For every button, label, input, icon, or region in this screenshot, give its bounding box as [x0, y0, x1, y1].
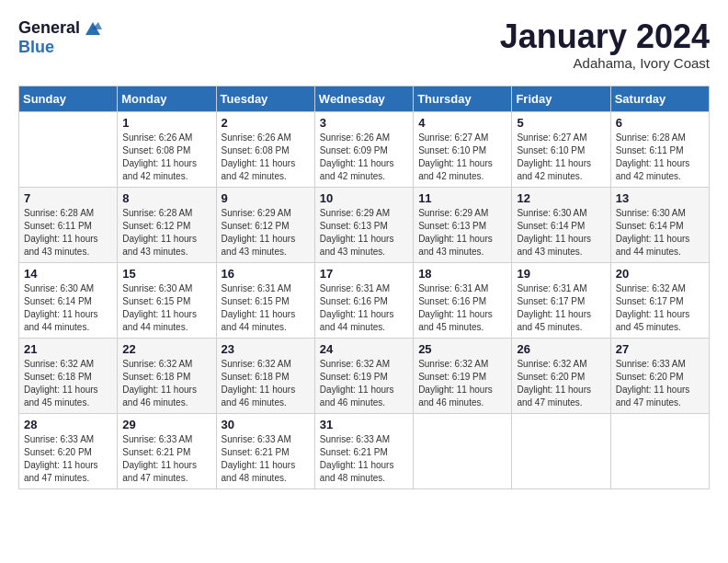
day-info: Sunrise: 6:31 AMSunset: 6:17 PMDaylight:… — [517, 282, 605, 334]
day-info: Sunrise: 6:27 AMSunset: 6:10 PMDaylight:… — [418, 132, 506, 183]
calendar-cell: 12Sunrise: 6:30 AMSunset: 6:14 PMDayligh… — [512, 187, 610, 262]
logo-general-text: General — [18, 19, 80, 38]
calendar-week-row: 14Sunrise: 6:30 AMSunset: 6:14 PMDayligh… — [19, 262, 710, 338]
header-monday: Monday — [118, 86, 216, 111]
day-info: Sunrise: 6:33 AMSunset: 6:20 PMDaylight:… — [616, 358, 704, 409]
calendar-cell: 21Sunrise: 6:32 AMSunset: 6:18 PMDayligh… — [19, 338, 118, 413]
calendar-cell: 13Sunrise: 6:30 AMSunset: 6:14 PMDayligh… — [610, 187, 709, 262]
day-number: 31 — [320, 418, 408, 431]
day-number: 18 — [418, 267, 506, 281]
calendar-cell: 16Sunrise: 6:31 AMSunset: 6:15 PMDayligh… — [216, 262, 314, 338]
calendar-table: Sunday Monday Tuesday Wednesday Thursday… — [18, 86, 710, 489]
day-info: Sunrise: 6:29 AMSunset: 6:13 PMDaylight:… — [320, 207, 408, 259]
day-info: Sunrise: 6:31 AMSunset: 6:16 PMDaylight:… — [320, 282, 408, 334]
day-number: 3 — [320, 116, 408, 130]
day-number: 8 — [122, 191, 210, 205]
day-info: Sunrise: 6:28 AMSunset: 6:11 PMDaylight:… — [24, 207, 112, 259]
calendar-cell: 11Sunrise: 6:29 AMSunset: 6:13 PMDayligh… — [414, 187, 512, 262]
day-info: Sunrise: 6:28 AMSunset: 6:11 PMDaylight:… — [616, 132, 704, 183]
day-info: Sunrise: 6:31 AMSunset: 6:15 PMDaylight:… — [222, 282, 310, 334]
day-info: Sunrise: 6:26 AMSunset: 6:08 PMDaylight:… — [122, 132, 210, 183]
day-number: 23 — [222, 342, 310, 356]
calendar-cell: 9Sunrise: 6:29 AMSunset: 6:12 PMDaylight… — [216, 187, 314, 262]
day-number: 6 — [616, 116, 704, 130]
calendar-week-row: 28Sunrise: 6:33 AMSunset: 6:20 PMDayligh… — [19, 413, 710, 488]
day-number: 12 — [517, 191, 605, 205]
day-info: Sunrise: 6:33 AMSunset: 6:20 PMDaylight:… — [24, 433, 112, 485]
calendar-cell: 10Sunrise: 6:29 AMSunset: 6:13 PMDayligh… — [314, 187, 413, 262]
day-info: Sunrise: 6:32 AMSunset: 6:18 PMDaylight:… — [222, 358, 310, 409]
calendar-cell: 27Sunrise: 6:33 AMSunset: 6:20 PMDayligh… — [610, 338, 709, 413]
day-number: 10 — [320, 191, 408, 205]
day-info: Sunrise: 6:30 AMSunset: 6:14 PMDaylight:… — [517, 207, 605, 259]
logo-blue-text: Blue — [18, 39, 102, 57]
calendar-cell: 29Sunrise: 6:33 AMSunset: 6:21 PMDayligh… — [118, 413, 216, 488]
month-title: January 2024 — [500, 18, 710, 55]
calendar-cell — [512, 413, 610, 488]
day-number: 19 — [517, 267, 605, 281]
calendar-cell: 24Sunrise: 6:32 AMSunset: 6:19 PMDayligh… — [314, 338, 413, 413]
calendar-cell: 25Sunrise: 6:32 AMSunset: 6:19 PMDayligh… — [414, 338, 512, 413]
title-block: January 2024 Adahama, Ivory Coast — [500, 18, 710, 71]
calendar-cell: 26Sunrise: 6:32 AMSunset: 6:20 PMDayligh… — [512, 338, 610, 413]
header-wednesday: Wednesday — [314, 86, 413, 111]
weekday-header-row: Sunday Monday Tuesday Wednesday Thursday… — [19, 86, 710, 111]
header-tuesday: Tuesday — [216, 86, 314, 111]
calendar-cell: 7Sunrise: 6:28 AMSunset: 6:11 PMDaylight… — [19, 187, 118, 262]
page-header: General Blue January 2024 Adahama, Ivory… — [18, 18, 710, 71]
calendar-cell: 17Sunrise: 6:31 AMSunset: 6:16 PMDayligh… — [314, 262, 413, 338]
calendar-cell: 1Sunrise: 6:26 AMSunset: 6:08 PMDaylight… — [118, 111, 216, 187]
day-info: Sunrise: 6:27 AMSunset: 6:10 PMDaylight:… — [517, 132, 605, 183]
day-info: Sunrise: 6:32 AMSunset: 6:19 PMDaylight:… — [320, 358, 408, 409]
day-info: Sunrise: 6:29 AMSunset: 6:12 PMDaylight:… — [222, 207, 310, 259]
day-info: Sunrise: 6:33 AMSunset: 6:21 PMDaylight:… — [222, 433, 310, 485]
calendar-cell: 28Sunrise: 6:33 AMSunset: 6:20 PMDayligh… — [19, 413, 118, 488]
calendar-cell: 4Sunrise: 6:27 AMSunset: 6:10 PMDaylight… — [414, 111, 512, 187]
calendar-cell: 23Sunrise: 6:32 AMSunset: 6:18 PMDayligh… — [216, 338, 314, 413]
day-number: 28 — [24, 418, 112, 431]
location: Adahama, Ivory Coast — [500, 55, 710, 71]
day-number: 26 — [517, 342, 605, 356]
day-number: 27 — [616, 342, 704, 356]
day-info: Sunrise: 6:26 AMSunset: 6:08 PMDaylight:… — [222, 132, 310, 183]
day-info: Sunrise: 6:33 AMSunset: 6:21 PMDaylight:… — [320, 433, 408, 485]
day-number: 9 — [222, 191, 310, 205]
calendar-cell: 2Sunrise: 6:26 AMSunset: 6:08 PMDaylight… — [216, 111, 314, 187]
day-info: Sunrise: 6:31 AMSunset: 6:16 PMDaylight:… — [418, 282, 506, 334]
header-saturday: Saturday — [610, 86, 709, 111]
day-number: 17 — [320, 267, 408, 281]
day-number: 21 — [24, 342, 112, 356]
day-number: 14 — [24, 267, 112, 281]
day-info: Sunrise: 6:33 AMSunset: 6:21 PMDaylight:… — [122, 433, 210, 485]
day-number: 24 — [320, 342, 408, 356]
calendar-cell — [414, 413, 512, 488]
calendar-cell: 18Sunrise: 6:31 AMSunset: 6:16 PMDayligh… — [414, 262, 512, 338]
day-info: Sunrise: 6:32 AMSunset: 6:20 PMDaylight:… — [517, 358, 605, 409]
calendar-week-row: 1Sunrise: 6:26 AMSunset: 6:08 PMDaylight… — [19, 111, 710, 187]
day-number: 11 — [418, 191, 506, 205]
calendar-cell: 8Sunrise: 6:28 AMSunset: 6:12 PMDaylight… — [118, 187, 216, 262]
day-info: Sunrise: 6:26 AMSunset: 6:09 PMDaylight:… — [320, 132, 408, 183]
day-number: 1 — [122, 116, 210, 130]
calendar-week-row: 7Sunrise: 6:28 AMSunset: 6:11 PMDaylight… — [19, 187, 710, 262]
calendar-cell: 5Sunrise: 6:27 AMSunset: 6:10 PMDaylight… — [512, 111, 610, 187]
calendar-cell: 6Sunrise: 6:28 AMSunset: 6:11 PMDaylight… — [610, 111, 709, 187]
calendar-cell: 15Sunrise: 6:30 AMSunset: 6:15 PMDayligh… — [118, 262, 216, 338]
calendar-cell: 22Sunrise: 6:32 AMSunset: 6:18 PMDayligh… — [118, 338, 216, 413]
calendar-week-row: 21Sunrise: 6:32 AMSunset: 6:18 PMDayligh… — [19, 338, 710, 413]
day-number: 5 — [517, 116, 605, 130]
day-info: Sunrise: 6:29 AMSunset: 6:13 PMDaylight:… — [418, 207, 506, 259]
calendar-cell: 30Sunrise: 6:33 AMSunset: 6:21 PMDayligh… — [216, 413, 314, 488]
calendar-cell: 20Sunrise: 6:32 AMSunset: 6:17 PMDayligh… — [610, 262, 709, 338]
day-info: Sunrise: 6:30 AMSunset: 6:14 PMDaylight:… — [24, 282, 112, 334]
day-info: Sunrise: 6:32 AMSunset: 6:18 PMDaylight:… — [24, 358, 112, 409]
calendar-cell: 14Sunrise: 6:30 AMSunset: 6:14 PMDayligh… — [19, 262, 118, 338]
day-info: Sunrise: 6:32 AMSunset: 6:17 PMDaylight:… — [616, 282, 704, 334]
logo: General Blue — [18, 18, 102, 57]
day-info: Sunrise: 6:30 AMSunset: 6:15 PMDaylight:… — [122, 282, 210, 334]
calendar-cell: 31Sunrise: 6:33 AMSunset: 6:21 PMDayligh… — [314, 413, 413, 488]
calendar-cell: 19Sunrise: 6:31 AMSunset: 6:17 PMDayligh… — [512, 262, 610, 338]
day-number: 4 — [418, 116, 506, 130]
day-number: 13 — [616, 191, 704, 205]
day-number: 2 — [222, 116, 310, 130]
